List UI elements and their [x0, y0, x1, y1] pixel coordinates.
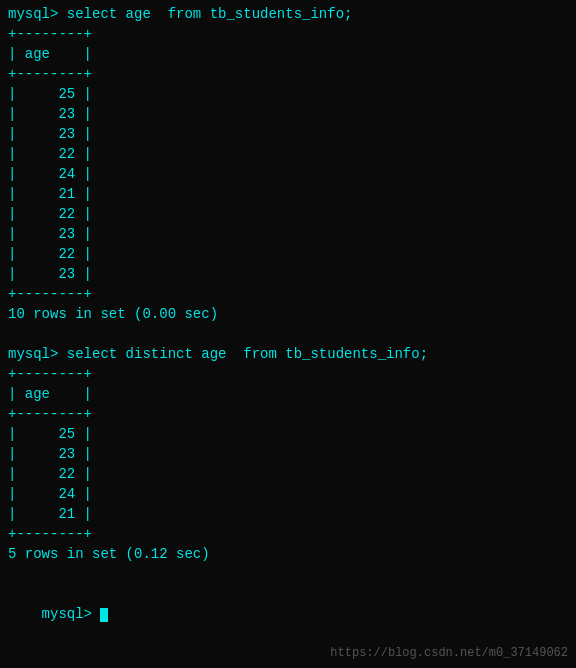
query2-prompt: mysql> select distinct age from tb_stude…	[8, 344, 568, 364]
query1-row-8: | 23 |	[8, 224, 568, 244]
query1-row-4: | 22 |	[8, 144, 568, 164]
query1-row-6: | 21 |	[8, 184, 568, 204]
final-prompt-text: mysql>	[42, 606, 101, 622]
query2-table-top: +--------+	[8, 364, 568, 384]
terminal-window: mysql> select age from tb_students_info;…	[0, 0, 576, 668]
query2-row-5: | 21 |	[8, 504, 568, 524]
cursor-icon	[100, 608, 108, 622]
query2-row-2: | 23 |	[8, 444, 568, 464]
blank-line-1	[8, 324, 568, 344]
query1-row-5: | 24 |	[8, 164, 568, 184]
final-prompt[interactable]: mysql>	[8, 584, 568, 644]
query2-row-4: | 24 |	[8, 484, 568, 504]
query2-row-3: | 22 |	[8, 464, 568, 484]
blank-line-2	[8, 564, 568, 584]
query1-prompt: mysql> select age from tb_students_info;	[8, 4, 568, 24]
query1-row-3: | 23 |	[8, 124, 568, 144]
query1-row-9: | 22 |	[8, 244, 568, 264]
watermark: https://blog.csdn.net/m0_37149062	[330, 646, 568, 660]
query1-table-bottom: +--------+	[8, 284, 568, 304]
query1-result: 10 rows in set (0.00 sec)	[8, 304, 568, 324]
query1-table-top: +--------+	[8, 24, 568, 44]
query2-separator: +--------+	[8, 404, 568, 424]
query2-row-1: | 25 |	[8, 424, 568, 444]
query1-row-2: | 23 |	[8, 104, 568, 124]
query1-header: | age |	[8, 44, 568, 64]
query2-table-bottom: +--------+	[8, 524, 568, 544]
query1-row-7: | 22 |	[8, 204, 568, 224]
query1-row-10: | 23 |	[8, 264, 568, 284]
query1-separator: +--------+	[8, 64, 568, 84]
query2-header: | age |	[8, 384, 568, 404]
query2-result: 5 rows in set (0.12 sec)	[8, 544, 568, 564]
query1-row-1: | 25 |	[8, 84, 568, 104]
